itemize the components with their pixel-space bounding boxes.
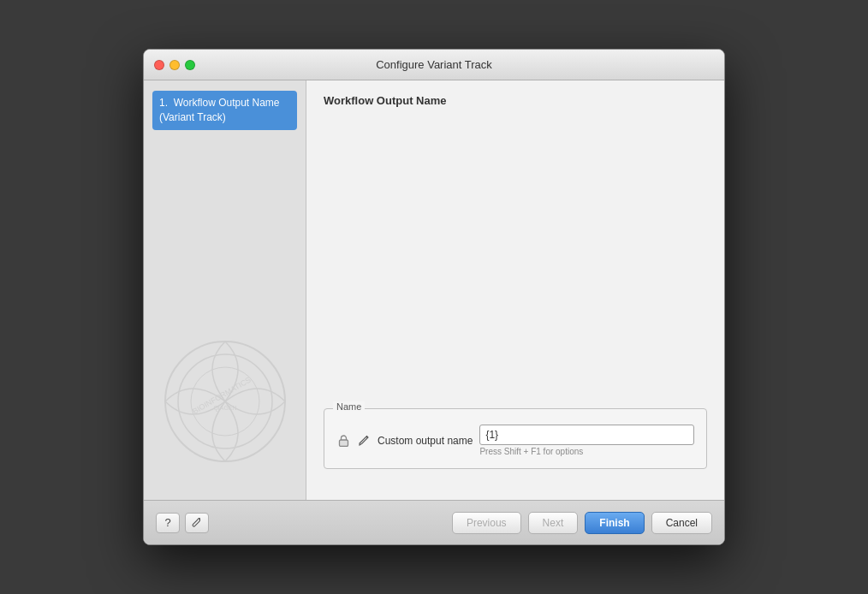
minimize-button[interactable] bbox=[169, 60, 180, 70]
group-box-legend: Name bbox=[333, 401, 365, 412]
content-area: 1. Workflow Output Name(Variant Track) B… bbox=[144, 80, 724, 500]
svg-point-6 bbox=[199, 518, 200, 520]
hint-text: Press Shift + F1 for options bbox=[479, 447, 694, 456]
svg-rect-5 bbox=[339, 440, 348, 447]
titlebar: Configure Variant Track bbox=[144, 50, 724, 80]
name-input-wrapper: Press Shift + F1 for options bbox=[479, 425, 694, 456]
step-1[interactable]: 1. Workflow Output Name(Variant Track) bbox=[152, 91, 297, 130]
finish-button[interactable]: Finish bbox=[585, 512, 644, 534]
watermark: BIOINFORMATICS QIAGEN bbox=[152, 329, 298, 474]
close-button[interactable] bbox=[154, 60, 164, 70]
custom-output-label: Custom output name bbox=[378, 435, 473, 447]
svg-text:QIAGEN: QIAGEN bbox=[213, 405, 236, 412]
edit-icon bbox=[357, 434, 371, 448]
section-title: Workflow Output Name bbox=[324, 94, 707, 107]
cancel-button[interactable]: Cancel bbox=[651, 512, 712, 534]
maximize-button[interactable] bbox=[185, 60, 195, 70]
main-panel: Workflow Output Name Name bbox=[306, 80, 724, 500]
bottom-left-buttons: ? bbox=[156, 513, 209, 533]
step-1-label: 1. Workflow Output Name(Variant Track) bbox=[159, 97, 280, 123]
next-button[interactable]: Next bbox=[528, 512, 579, 534]
wrench-icon bbox=[191, 517, 203, 529]
bottom-right-buttons: Previous Next Finish Cancel bbox=[452, 512, 712, 534]
name-group-box: Name Custom output name bbox=[324, 408, 707, 469]
main-window: Configure Variant Track 1. Workflow Outp… bbox=[143, 49, 725, 545]
name-row: Custom output name Press Shift + F1 for … bbox=[336, 425, 694, 456]
traffic-lights bbox=[154, 60, 195, 70]
steps-panel: 1. Workflow Output Name(Variant Track) B… bbox=[144, 80, 306, 500]
previous-button[interactable]: Previous bbox=[452, 512, 521, 534]
bottom-bar: ? Previous Next Finish Cancel bbox=[144, 500, 724, 544]
tool-button[interactable] bbox=[185, 513, 209, 533]
lock-icon bbox=[336, 434, 350, 448]
window-title: Configure Variant Track bbox=[376, 58, 492, 71]
name-input[interactable] bbox=[479, 425, 694, 445]
help-button[interactable]: ? bbox=[156, 513, 180, 533]
